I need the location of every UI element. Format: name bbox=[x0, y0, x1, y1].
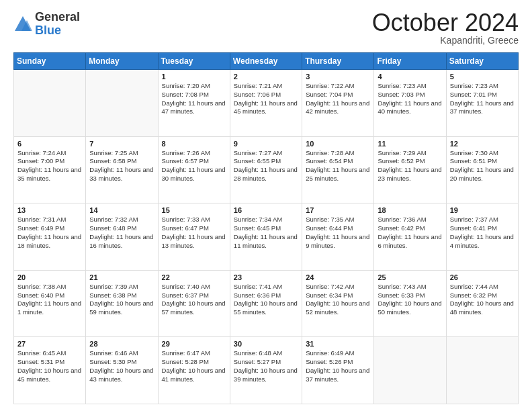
sunset-text: Sunset: 5:30 PM bbox=[89, 358, 136, 365]
month-title: October 2024 bbox=[372, 11, 519, 35]
day-number: 9 bbox=[234, 140, 298, 148]
table-row: 3Sunrise: 7:22 AMSunset: 7:04 PMDaylight… bbox=[302, 70, 374, 137]
sunrise-text: Sunrise: 7:28 AM bbox=[306, 149, 354, 156]
sunrise-text: Sunrise: 7:24 AM bbox=[17, 149, 66, 156]
sunrise-text: Sunrise: 7:40 AM bbox=[162, 283, 210, 290]
table-row: 9Sunrise: 7:27 AMSunset: 6:55 PMDaylight… bbox=[230, 136, 302, 203]
table-row: 31Sunrise: 6:49 AMSunset: 5:26 PMDayligh… bbox=[302, 337, 374, 404]
table-row: 25Sunrise: 7:43 AMSunset: 6:33 PMDayligh… bbox=[374, 270, 446, 337]
sunrise-text: Sunrise: 7:43 AM bbox=[378, 283, 426, 290]
daylight-text: Daylight: 11 hours and 23 minutes. bbox=[378, 166, 441, 182]
table-row: 4Sunrise: 7:23 AMSunset: 7:03 PMDaylight… bbox=[374, 70, 446, 137]
sunset-text: Sunset: 7:08 PM bbox=[162, 91, 209, 98]
table-row bbox=[14, 70, 86, 137]
table-row: 13Sunrise: 7:31 AMSunset: 6:49 PMDayligh… bbox=[14, 203, 86, 271]
daylight-text: Daylight: 11 hours and 20 minutes. bbox=[450, 166, 514, 182]
day-info: Sunrise: 7:28 AMSunset: 6:54 PMDaylight:… bbox=[306, 149, 370, 183]
sunset-text: Sunset: 7:03 PM bbox=[378, 91, 425, 98]
sunrise-text: Sunrise: 7:42 AM bbox=[306, 283, 354, 290]
day-info: Sunrise: 7:23 AMSunset: 7:01 PMDaylight:… bbox=[450, 82, 515, 116]
daylight-text: Daylight: 11 hours and 1 minute. bbox=[17, 300, 81, 316]
sunrise-text: Sunrise: 7:34 AM bbox=[234, 216, 282, 223]
day-info: Sunrise: 7:23 AMSunset: 7:03 PMDaylight:… bbox=[378, 82, 442, 116]
table-row: 16Sunrise: 7:34 AMSunset: 6:45 PMDayligh… bbox=[230, 203, 302, 271]
col-saturday: Saturday bbox=[446, 53, 518, 70]
daylight-text: Daylight: 11 hours and 4 minutes. bbox=[450, 233, 514, 249]
daylight-text: Daylight: 10 hours and 37 minutes. bbox=[306, 367, 369, 383]
sunset-text: Sunset: 5:26 PM bbox=[306, 358, 353, 365]
table-row: 20Sunrise: 7:38 AMSunset: 6:40 PMDayligh… bbox=[14, 270, 86, 337]
table-row: 21Sunrise: 7:39 AMSunset: 6:38 PMDayligh… bbox=[86, 270, 158, 337]
daylight-text: Daylight: 10 hours and 43 minutes. bbox=[89, 367, 153, 383]
table-row: 23Sunrise: 7:41 AMSunset: 6:36 PMDayligh… bbox=[230, 270, 302, 337]
sunset-text: Sunset: 6:51 PM bbox=[450, 157, 497, 165]
day-info: Sunrise: 7:43 AMSunset: 6:33 PMDaylight:… bbox=[378, 283, 442, 317]
sunrise-text: Sunrise: 7:29 AM bbox=[378, 149, 426, 156]
sunrise-text: Sunrise: 7:23 AM bbox=[450, 82, 498, 89]
daylight-text: Daylight: 10 hours and 59 minutes. bbox=[89, 300, 153, 316]
col-sunday: Sunday bbox=[14, 53, 86, 70]
sunset-text: Sunset: 6:45 PM bbox=[234, 224, 281, 232]
day-info: Sunrise: 7:33 AMSunset: 6:47 PMDaylight:… bbox=[162, 216, 226, 250]
sunset-text: Sunset: 6:34 PM bbox=[306, 291, 353, 299]
page: General Blue October 2024 Kapandriti, Gr… bbox=[0, 0, 532, 411]
day-number: 1 bbox=[162, 73, 226, 81]
sunrise-text: Sunrise: 7:22 AM bbox=[306, 82, 354, 89]
logo-text: General Blue bbox=[35, 11, 80, 38]
day-info: Sunrise: 7:21 AMSunset: 7:06 PMDaylight:… bbox=[234, 82, 298, 116]
sunrise-text: Sunrise: 7:41 AM bbox=[234, 283, 282, 290]
sunset-text: Sunset: 6:38 PM bbox=[89, 291, 136, 299]
day-info: Sunrise: 6:46 AMSunset: 5:30 PMDaylight:… bbox=[89, 349, 154, 383]
day-number: 23 bbox=[234, 273, 298, 281]
day-info: Sunrise: 7:20 AMSunset: 7:08 PMDaylight:… bbox=[162, 82, 226, 116]
day-number: 5 bbox=[450, 73, 515, 81]
sunset-text: Sunset: 7:00 PM bbox=[17, 157, 64, 165]
sunrise-text: Sunrise: 7:26 AM bbox=[162, 149, 210, 156]
logo: General Blue bbox=[13, 11, 80, 38]
day-info: Sunrise: 7:44 AMSunset: 6:32 PMDaylight:… bbox=[450, 283, 515, 317]
sunset-text: Sunset: 6:58 PM bbox=[89, 157, 136, 165]
daylight-text: Daylight: 10 hours and 45 minutes. bbox=[17, 367, 81, 383]
day-info: Sunrise: 6:47 AMSunset: 5:28 PMDaylight:… bbox=[162, 349, 226, 383]
sunrise-text: Sunrise: 6:48 AM bbox=[234, 349, 282, 357]
col-wednesday: Wednesday bbox=[230, 53, 302, 70]
sunrise-text: Sunrise: 7:20 AM bbox=[162, 82, 210, 89]
table-row: 29Sunrise: 6:47 AMSunset: 5:28 PMDayligh… bbox=[158, 337, 230, 404]
day-number: 13 bbox=[17, 206, 82, 214]
table-row: 10Sunrise: 7:28 AMSunset: 6:54 PMDayligh… bbox=[302, 136, 374, 203]
day-info: Sunrise: 7:32 AMSunset: 6:48 PMDaylight:… bbox=[89, 216, 154, 250]
location-subtitle: Kapandriti, Greece bbox=[372, 35, 519, 46]
title-area: October 2024 Kapandriti, Greece bbox=[372, 11, 519, 46]
sunset-text: Sunset: 6:41 PM bbox=[450, 224, 497, 232]
sunset-text: Sunset: 6:42 PM bbox=[378, 224, 425, 232]
daylight-text: Daylight: 11 hours and 35 minutes. bbox=[17, 166, 81, 182]
sunrise-text: Sunrise: 7:44 AM bbox=[450, 283, 498, 290]
day-info: Sunrise: 7:29 AMSunset: 6:52 PMDaylight:… bbox=[378, 149, 442, 183]
table-row: 22Sunrise: 7:40 AMSunset: 6:37 PMDayligh… bbox=[158, 270, 230, 337]
day-number: 10 bbox=[306, 140, 370, 148]
daylight-text: Daylight: 11 hours and 9 minutes. bbox=[306, 233, 369, 249]
sunrise-text: Sunrise: 7:30 AM bbox=[450, 149, 498, 156]
calendar-week-row: 20Sunrise: 7:38 AMSunset: 6:40 PMDayligh… bbox=[14, 270, 519, 337]
sunset-text: Sunset: 6:47 PM bbox=[162, 224, 209, 232]
calendar-header-row: Sunday Monday Tuesday Wednesday Thursday… bbox=[14, 53, 519, 70]
sunset-text: Sunset: 7:01 PM bbox=[450, 91, 497, 98]
logo-general-text: General bbox=[35, 11, 80, 24]
daylight-text: Daylight: 11 hours and 47 minutes. bbox=[162, 99, 226, 116]
day-number: 12 bbox=[450, 140, 515, 148]
daylight-text: Daylight: 10 hours and 48 minutes. bbox=[450, 300, 514, 316]
table-row: 30Sunrise: 6:48 AMSunset: 5:27 PMDayligh… bbox=[230, 337, 302, 404]
table-row bbox=[374, 337, 446, 404]
logo-icon bbox=[13, 15, 32, 34]
day-number: 11 bbox=[378, 140, 442, 148]
day-info: Sunrise: 7:25 AMSunset: 6:58 PMDaylight:… bbox=[89, 149, 154, 183]
day-info: Sunrise: 7:38 AMSunset: 6:40 PMDaylight:… bbox=[17, 283, 82, 317]
sunset-text: Sunset: 6:36 PM bbox=[234, 291, 281, 299]
sunset-text: Sunset: 6:37 PM bbox=[162, 291, 209, 299]
day-number: 6 bbox=[17, 140, 82, 148]
daylight-text: Daylight: 10 hours and 55 minutes. bbox=[234, 300, 298, 316]
sunset-text: Sunset: 7:04 PM bbox=[306, 91, 353, 98]
sunset-text: Sunset: 6:48 PM bbox=[89, 224, 136, 232]
daylight-text: Daylight: 11 hours and 28 minutes. bbox=[234, 166, 298, 182]
day-number: 24 bbox=[306, 273, 370, 281]
